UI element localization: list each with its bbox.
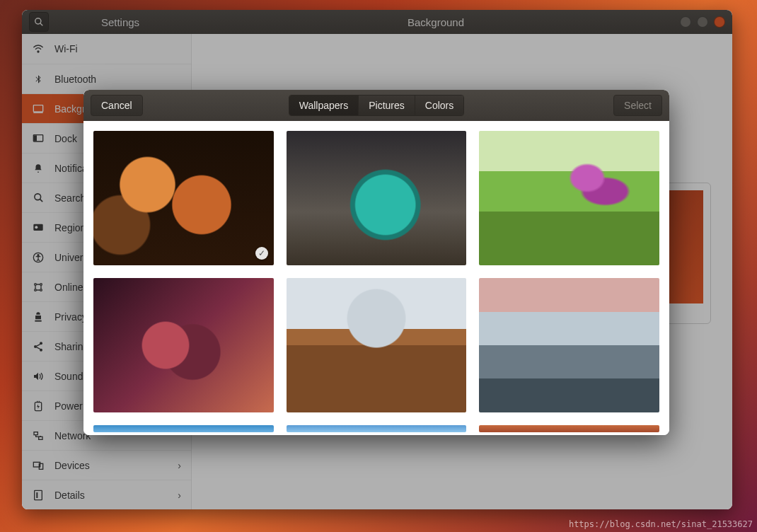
tab-colors[interactable]: Colors xyxy=(415,96,463,115)
watermark: https://blog.csdn.net/sinat_21533627 xyxy=(569,519,753,529)
wallpaper-spices[interactable] xyxy=(93,131,274,265)
cancel-button[interactable]: Cancel xyxy=(91,95,143,116)
dialog-tabs: Wallpapers Pictures Colors xyxy=(289,95,465,116)
wallpaper-grid xyxy=(93,131,659,432)
wallpaper-rocks[interactable] xyxy=(287,278,467,412)
wallpaper-abstract[interactable] xyxy=(93,278,274,412)
tab-pictures[interactable]: Pictures xyxy=(359,96,415,115)
wallpaper-flower[interactable] xyxy=(479,131,659,265)
wallpaper-partial-1[interactable] xyxy=(93,425,274,432)
wallpaper-dome[interactable] xyxy=(287,131,467,265)
wallpaper-lake[interactable] xyxy=(479,278,659,412)
dialog-body[interactable] xyxy=(83,121,669,435)
wallpaper-partial-3[interactable] xyxy=(479,425,659,432)
tab-wallpapers[interactable]: Wallpapers xyxy=(289,96,359,115)
select-button[interactable]: Select xyxy=(613,95,662,116)
wallpaper-partial-2[interactable] xyxy=(287,425,467,432)
wallpaper-dialog: Cancel Wallpapers Pictures Colors Select xyxy=(83,90,669,435)
dialog-header: Cancel Wallpapers Pictures Colors Select xyxy=(83,90,669,121)
